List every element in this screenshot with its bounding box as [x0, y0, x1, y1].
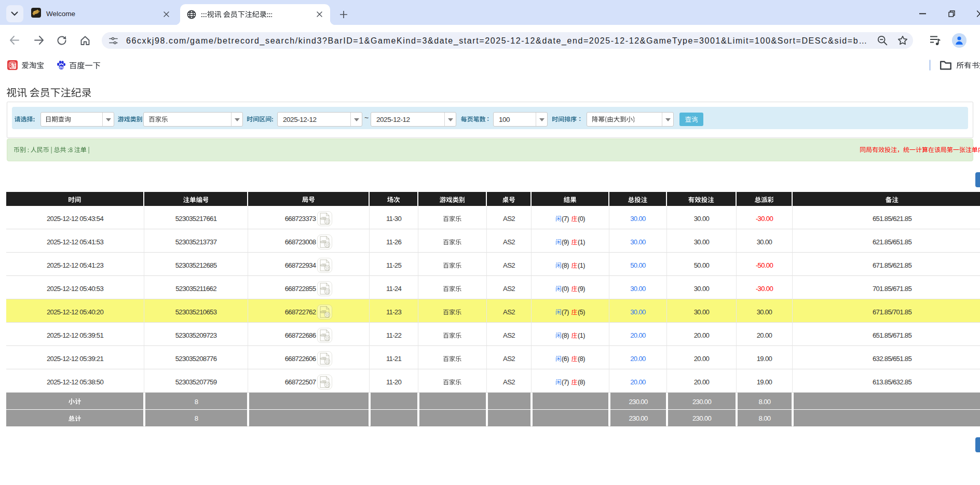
svg-text:du: du [59, 65, 63, 69]
